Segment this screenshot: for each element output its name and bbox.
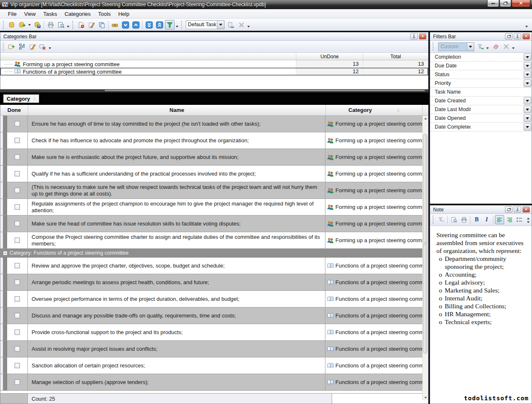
filter-row[interactable]: Status (430, 70, 532, 79)
name-column-header[interactable]: Name (28, 105, 325, 115)
delete-template-button[interactable] (236, 20, 246, 30)
new-subcategory-button[interactable] (17, 42, 27, 52)
task-row[interactable]: Sanction allocation of certain project r… (0, 357, 422, 374)
move-bottom-button[interactable] (144, 20, 154, 30)
note-editor[interactable]: Steering committee can be assembled from… (430, 226, 532, 404)
categories-close-button[interactable]: ✕ (419, 33, 426, 40)
filter-value-field[interactable] (470, 88, 524, 96)
task-checkbox[interactable] (15, 154, 20, 160)
task-row[interactable]: Review and approve the project charter, … (0, 258, 422, 274)
task-template-combo-dropdown-icon[interactable] (217, 20, 224, 29)
task-row[interactable]: (This is necessary to make sure he will … (0, 182, 422, 199)
print-group-overflow-icon[interactable] (67, 26, 69, 27)
apply-template-button[interactable] (226, 20, 236, 30)
task-row[interactable]: Check if he has influence to advocate an… (0, 132, 422, 149)
menu-item[interactable]: File (4, 10, 20, 18)
note-preview-button[interactable] (449, 215, 458, 224)
task-template-combo-value[interactable]: Default Task (186, 20, 217, 29)
save-filter-dropdown-icon[interactable] (486, 47, 489, 49)
done-column-header[interactable]: Done (0, 105, 28, 115)
filter-value-field[interactable] (470, 97, 524, 105)
new-database-button[interactable] (7, 20, 16, 30)
filter-dropdown-button[interactable] (524, 53, 531, 61)
save-filter-button[interactable] (475, 42, 485, 52)
clear-filter-button[interactable] (491, 42, 500, 52)
task-checkbox[interactable] (15, 263, 20, 268)
task-checkbox[interactable] (15, 221, 20, 226)
filters-pin-button[interactable] (514, 33, 521, 40)
task-checkbox[interactable] (15, 238, 20, 243)
menu-item[interactable]: Help (114, 10, 133, 18)
menu-item[interactable]: Tasks (39, 10, 61, 18)
task-checkbox[interactable] (15, 330, 20, 335)
bold-button[interactable]: B (472, 215, 481, 224)
category-name-column-header[interactable] (0, 53, 296, 60)
move-top-button[interactable] (155, 20, 164, 30)
filter-value-field[interactable] (470, 62, 524, 70)
toolbar-grip[interactable] (433, 216, 435, 224)
task-list-scrollbar[interactable] (422, 116, 428, 400)
filter-value-field[interactable] (470, 53, 524, 61)
toolbar-options-icon[interactable] (525, 26, 528, 27)
task-checkbox[interactable] (15, 280, 20, 285)
toolbar-grip[interactable] (181, 21, 183, 29)
bullet-list-button[interactable] (515, 215, 524, 224)
task-checkbox[interactable] (15, 171, 20, 176)
menu-item[interactable]: Tools (94, 10, 114, 18)
horizontal-splitter[interactable] (0, 89, 429, 92)
toolbar-grip[interactable] (3, 21, 5, 29)
note-pin-button[interactable] (514, 206, 521, 213)
filter-row[interactable]: Due Date (430, 62, 532, 70)
filters-toolbar-overflow-icon[interactable] (512, 47, 515, 49)
task-row[interactable]: Provide cross-functional support to the … (0, 324, 422, 341)
task-checkbox[interactable] (15, 188, 20, 193)
filter-group-overflow-icon[interactable] (176, 26, 178, 27)
filter-value-field[interactable] (470, 105, 524, 114)
task-row[interactable]: Regulate assignments of the project cham… (0, 199, 422, 216)
total-column-header[interactable]: Total (363, 53, 428, 60)
toolbar-grip[interactable] (433, 42, 435, 51)
close-button[interactable]: ✕ (512, 0, 530, 7)
task-template-combo[interactable]: Default Task (186, 20, 224, 29)
note-close-button[interactable]: ✕ (522, 206, 530, 213)
open-database-dropdown-icon[interactable] (28, 24, 31, 26)
note-toolbar-overflow[interactable]: » (527, 217, 530, 223)
scroll-down-button[interactable] (423, 395, 428, 400)
categories-toolbar-overflow-icon[interactable] (49, 47, 51, 49)
collapse-group-icon[interactable] (3, 251, 7, 255)
filter-preset-combo[interactable]: Custom (438, 42, 474, 51)
task-row[interactable]: Qualify if he has a sufficient understan… (0, 166, 422, 182)
align-left-button[interactable] (495, 215, 504, 224)
task-checkbox[interactable] (15, 363, 20, 368)
task-checkbox[interactable] (15, 346, 20, 352)
open-database-button[interactable] (17, 20, 27, 30)
task-checkbox[interactable] (15, 204, 20, 210)
categories-pin-button[interactable] (410, 33, 418, 40)
task-checkbox[interactable] (15, 313, 20, 318)
restore-button[interactable] (500, 0, 511, 7)
align-right-button[interactable] (505, 215, 514, 224)
filter-row[interactable]: Date Last Modifie (430, 105, 532, 114)
task-checkbox[interactable] (15, 138, 20, 143)
filter-row[interactable]: Priority (430, 79, 532, 88)
undone-column-header[interactable]: UnDone (296, 53, 363, 60)
minimize-button[interactable] (487, 0, 499, 7)
filter-dropdown-button[interactable] (524, 79, 531, 87)
category-column-header[interactable]: Category△ (325, 105, 422, 115)
filter-row[interactable]: Date Opened (430, 114, 532, 123)
filter-value-field[interactable] (470, 123, 524, 131)
move-up-button[interactable] (131, 20, 140, 30)
template-group-overflow-icon[interactable] (247, 26, 250, 27)
category-row[interactable]: Forming up a project steering committee … (0, 60, 428, 68)
filter-row[interactable]: Task Name (430, 88, 532, 97)
note-restore-button[interactable] (505, 206, 512, 213)
filter-row[interactable]: Date Created (430, 97, 532, 105)
toolbar-grip[interactable] (72, 21, 74, 29)
filter-dropdown-button[interactable] (524, 97, 531, 104)
new-category-button[interactable] (7, 42, 16, 52)
filter-dropdown-button[interactable] (524, 123, 531, 131)
task-row[interactable]: Make sure the head of committee has issu… (0, 216, 422, 232)
filters-close-button[interactable]: ✕ (522, 33, 530, 40)
task-checkbox[interactable] (15, 121, 20, 126)
task-row[interactable]: Discuss and manage any possible trade-of… (0, 307, 422, 324)
